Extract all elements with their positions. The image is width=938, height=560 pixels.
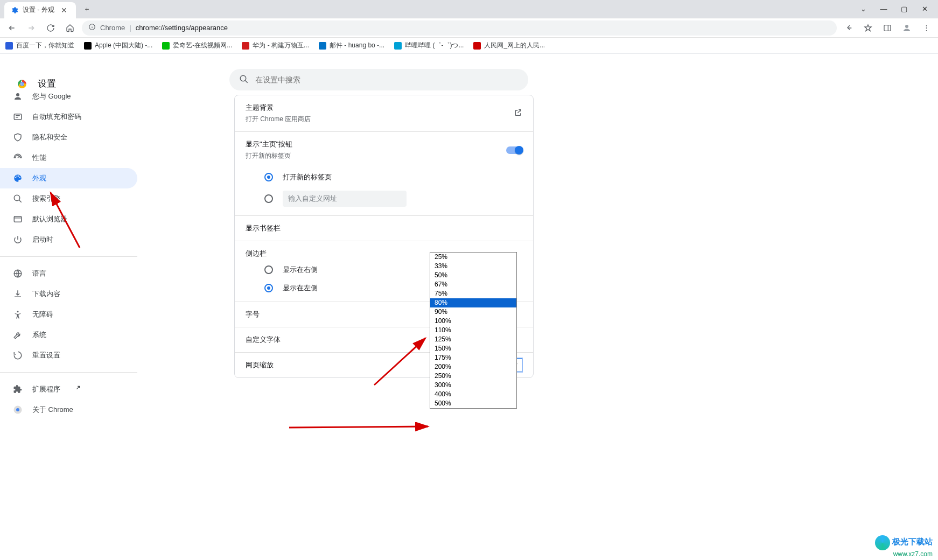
sidebar-item-speed[interactable]: 性能 [0, 148, 137, 168]
chevron-down-icon[interactable]: ⌄ [854, 2, 872, 17]
address-bar[interactable]: Chrome | chrome://settings/appearance [82, 20, 837, 36]
sidebar-item-label: 您与 Google [32, 92, 71, 101]
url-path: chrome://settings/appearance [136, 24, 228, 32]
bookmark-label: 华为 - 构建万物互... [253, 41, 309, 50]
zoom-option[interactable]: 67% [430, 280, 516, 289]
zoom-option[interactable]: 33% [430, 262, 516, 271]
sidebar-item-search[interactable]: 搜索引擎 [0, 188, 137, 209]
font-size-title: 字号 [246, 310, 260, 319]
zoom-option[interactable]: 80% [430, 298, 516, 307]
reset-icon [13, 351, 23, 360]
zoom-option[interactable]: 25% [430, 253, 516, 262]
radio-off-icon[interactable] [264, 194, 273, 203]
back-button[interactable] [4, 20, 19, 36]
forward-button[interactable] [24, 20, 39, 36]
settings-sidebar: 您与 Google自动填充和密码隐私和安全性能外观搜索引擎默认浏览器启动时语言下… [0, 54, 137, 560]
browser-tab[interactable]: 设置 - 外观 ✕ [4, 2, 76, 18]
sidebar-item-label: 外观 [32, 173, 46, 183]
bookmark-label: 人民网_网上的人民... [484, 41, 545, 50]
extension-icon [13, 384, 23, 394]
zoom-option[interactable]: 100% [430, 317, 516, 326]
home-custom-url-radio-row[interactable]: 输入自定义网址 [235, 186, 533, 215]
kebab-menu-icon[interactable]: ⋮ [919, 20, 934, 36]
svg-point-13 [17, 311, 19, 312]
sidebar-item-label: 系统 [32, 330, 46, 340]
sidebar-item-label: 扩展程序 [32, 384, 60, 394]
sidebar-item-chrome[interactable]: 关于 Chrome [0, 400, 137, 420]
zoom-option[interactable]: 250% [430, 372, 516, 381]
page-zoom-title: 网页缩放 [246, 360, 274, 370]
theme-row[interactable]: 主题背景 打开 Chrome 应用商店 [235, 95, 533, 131]
new-tab-button[interactable]: ＋ [80, 2, 94, 16]
bookmark-item[interactable]: 华为 - 构建万物互... [242, 41, 309, 50]
watermark-logo-icon [875, 535, 890, 550]
sidepanel-icon[interactable] [880, 20, 895, 36]
bookmark-item[interactable]: 人民网_网上的人民... [473, 41, 545, 50]
settings-search-input[interactable] [255, 75, 519, 84]
zoom-option[interactable]: 125% [430, 335, 516, 344]
sidebar-item-power[interactable]: 启动时 [0, 229, 137, 250]
zoom-option[interactable]: 50% [430, 271, 516, 280]
radio-off-icon[interactable] [264, 265, 273, 274]
home-button-toggle[interactable] [506, 146, 522, 154]
svg-point-7 [240, 75, 246, 81]
profile-avatar-icon[interactable] [899, 20, 914, 36]
bookmarks-bar: 百度一下，你就知道Apple (中国大陆) -...爱奇艺-在线视频网...华为… [0, 38, 938, 54]
chrome-icon [13, 405, 23, 415]
sidebar-item-palette[interactable]: 外观 [0, 168, 137, 188]
reload-button[interactable] [43, 20, 58, 36]
sidebar-item-wrench[interactable]: 系统 [0, 325, 137, 345]
zoom-option[interactable]: 75% [430, 289, 516, 298]
sidebar-item-extension[interactable]: 扩展程序 [0, 379, 137, 400]
bookmark-item[interactable]: 邮件 - huang bo -... [319, 41, 384, 50]
bookmark-item[interactable]: 百度一下，你就知道 [5, 41, 74, 50]
sidepanel-left-label: 显示在左侧 [283, 283, 318, 293]
zoom-dropdown[interactable]: 25%33%50%67%75%80%90%100%110%125%150%175… [430, 252, 517, 409]
home-button-row: 显示"主页"按钮 打开新的标签页 [235, 132, 533, 168]
home-button[interactable] [62, 20, 78, 36]
zoom-option[interactable]: 200% [430, 362, 516, 372]
sidebar-item-shield[interactable]: 隐私和安全 [0, 127, 137, 148]
zoom-option[interactable]: 175% [430, 353, 516, 362]
bookmark-item[interactable]: 爱奇艺-在线视频网... [162, 41, 232, 50]
sidebar-item-person[interactable]: 您与 Google [0, 86, 137, 107]
svg-rect-1 [884, 25, 891, 31]
close-window-button[interactable]: ✕ [915, 2, 934, 17]
tab-close-button[interactable]: ✕ [59, 6, 69, 15]
radio-on-icon[interactable] [264, 284, 273, 292]
maximize-button[interactable]: ▢ [895, 2, 913, 17]
minimize-button[interactable]: — [874, 2, 893, 17]
sidebar-item-autofill[interactable]: 自动填充和密码 [0, 107, 137, 127]
sidebar-item-globe[interactable]: 语言 [0, 263, 137, 284]
home-custom-url-input[interactable]: 输入自定义网址 [283, 191, 407, 207]
radio-on-icon[interactable] [264, 173, 273, 181]
zoom-option[interactable]: 150% [430, 344, 516, 353]
window-controls: ⌄ — ▢ ✕ [854, 2, 934, 17]
bookmark-item[interactable]: Apple (中国大陆) -... [84, 41, 152, 50]
browser-toolbar: Chrome | chrome://settings/appearance ⋮ [0, 18, 938, 38]
zoom-option[interactable]: 90% [430, 307, 516, 317]
svg-point-2 [905, 25, 908, 28]
outlook-icon [319, 42, 326, 50]
sidebar-item-accessibility[interactable]: 无障碍 [0, 304, 137, 325]
wrench-icon [13, 330, 23, 340]
zoom-option[interactable]: 500% [430, 399, 516, 408]
sidebar-item-reset[interactable]: 重置设置 [0, 345, 137, 366]
bookmark-item[interactable]: 哔哩哔哩 (゜-゜)つ... [394, 41, 464, 50]
sidebar-item-browser[interactable]: 默认浏览器 [0, 209, 137, 229]
zoom-option[interactable]: 110% [430, 326, 516, 335]
sidebar-item-label: 无障碍 [32, 310, 53, 319]
sidebar-item-label: 下载内容 [32, 289, 60, 299]
zoom-option[interactable]: 300% [430, 381, 516, 390]
bookmark-label: Apple (中国大陆) -... [95, 41, 152, 50]
bookmark-star-icon[interactable] [860, 20, 876, 36]
sidepanel-title: 侧边栏 [246, 249, 267, 258]
bookmarks-bar-row[interactable]: 显示书签栏 [235, 216, 533, 241]
share-icon[interactable] [841, 20, 856, 36]
sidebar-item-download[interactable]: 下载内容 [0, 284, 137, 304]
zoom-option[interactable]: 400% [430, 390, 516, 399]
home-newtab-radio-row[interactable]: 打开新的标签页 [235, 168, 533, 186]
bookmark-label: 哔哩哔哩 (゜-゜)つ... [405, 41, 464, 50]
sidebar-item-label: 启动时 [32, 235, 53, 244]
settings-search-box[interactable] [229, 69, 528, 90]
